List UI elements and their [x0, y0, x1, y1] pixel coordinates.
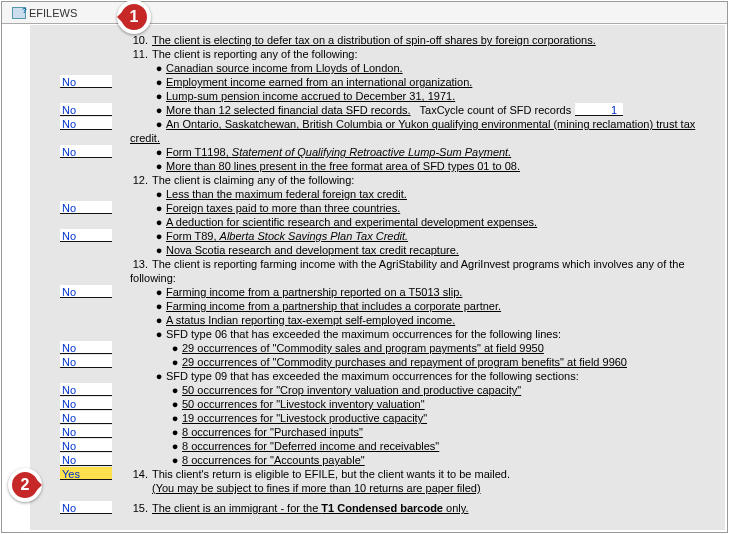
field-13a[interactable]: No	[60, 285, 112, 298]
item-13d: SFD type 06 that has exceeded the maximu…	[166, 328, 561, 340]
item-13e4[interactable]: 8 occurrences for "Purchased inputs"	[182, 426, 363, 438]
item-12c[interactable]: A deduction for scientific research and …	[166, 216, 537, 228]
field-13e4[interactable]: No	[60, 425, 112, 438]
item-14-note[interactable]: (You may be subject to fines if more tha…	[152, 482, 481, 494]
callout-badge-2: 2	[8, 468, 42, 502]
field-14[interactable]: Yes	[60, 467, 112, 480]
field-12b[interactable]: No	[60, 201, 112, 214]
item-12a[interactable]: Less than the maximum federal foreign ta…	[166, 188, 407, 200]
field-11f[interactable]: No	[60, 145, 112, 158]
item-13a[interactable]: Farming income from a partnership report…	[166, 286, 462, 298]
item-12d[interactable]: Form T89, Alberta Stock Savings Plan Tax…	[166, 230, 408, 242]
field-13e6[interactable]: No	[60, 453, 112, 466]
line-11: 11.The client is reporting any of the fo…	[30, 47, 725, 61]
item-11b[interactable]: Employment income earned from an interna…	[166, 76, 472, 88]
item-13d1[interactable]: 29 occurrences of "Commodity sales and p…	[182, 342, 544, 354]
item-11g[interactable]: More than 80 lines present in the free f…	[166, 160, 520, 172]
field-15[interactable]: No	[60, 501, 112, 514]
tab-title: EFILEWS	[29, 7, 77, 19]
form-icon	[12, 7, 26, 19]
field-13e3[interactable]: No	[60, 411, 112, 424]
item-13e: SFD type 09 that has exceeded the maximu…	[166, 370, 579, 382]
item-13d2[interactable]: 29 occurrences of "Commodity purchases a…	[182, 356, 627, 368]
field-13e5[interactable]: No	[60, 439, 112, 452]
item-11d[interactable]: More than 12 selected financial data SFD…	[166, 104, 411, 116]
item-13e5[interactable]: 8 occurrences for "Deferred income and r…	[182, 440, 439, 452]
callout-badge-1: 1	[117, 0, 151, 34]
tab-efilews[interactable]: EFILEWS	[6, 4, 83, 22]
item-15[interactable]: The client is an immigrant - for the T1 …	[152, 502, 468, 514]
line-13: 13.The client is reporting farming incom…	[30, 257, 725, 285]
item-13e6[interactable]: 8 occurrences for "Accounts payable"	[182, 454, 365, 466]
line-10: 10.The client is electing to defer tax o…	[30, 33, 725, 47]
item-13e3[interactable]: 19 occurrences for "Livestock productive…	[182, 412, 427, 424]
field-13d2[interactable]: No	[60, 355, 112, 368]
item-12e[interactable]: Nova Scotia research and development tax…	[166, 244, 459, 256]
item-12b[interactable]: Foreign taxes paid to more than three co…	[166, 202, 400, 214]
item-13e2[interactable]: 50 occurrences for "Livestock inventory …	[182, 398, 425, 410]
sfd-count-field[interactable]: 1	[575, 103, 623, 116]
field-13d1[interactable]: No	[60, 341, 112, 354]
field-13e1[interactable]: No	[60, 383, 112, 396]
field-12d[interactable]: No	[60, 229, 112, 242]
item-13c[interactable]: A status Indian reporting tax-exempt sel…	[166, 314, 455, 326]
line-12: 12.The client is claiming any of the fol…	[30, 173, 725, 187]
line-14: Yes 14.This client's return is eligible …	[30, 467, 725, 481]
form-content: 10.The client is electing to defer tax o…	[30, 25, 725, 530]
item-10-text[interactable]: The client is electing to defer tax on a…	[152, 34, 596, 46]
item-11e[interactable]: An Ontario, Saskatchewan, British Columb…	[130, 118, 695, 144]
item-13e1[interactable]: 50 occurrences for "Crop inventory valua…	[182, 384, 521, 396]
item-11a[interactable]: Canadian source income from Lloyds of Lo…	[166, 62, 403, 74]
item-11c[interactable]: Lump-sum pension income accrued to Decem…	[166, 90, 455, 102]
item-11f[interactable]: Form T1198, Statement of Qualifying Retr…	[166, 146, 511, 158]
line-15: No 15.The client is an immigrant - for t…	[30, 501, 725, 515]
item-13b[interactable]: Farming income from a partnership that i…	[166, 300, 501, 312]
field-11e[interactable]: No	[60, 117, 112, 130]
field-11b[interactable]: No	[60, 75, 112, 88]
field-13e2[interactable]: No	[60, 397, 112, 410]
field-11d[interactable]: No	[60, 103, 112, 116]
